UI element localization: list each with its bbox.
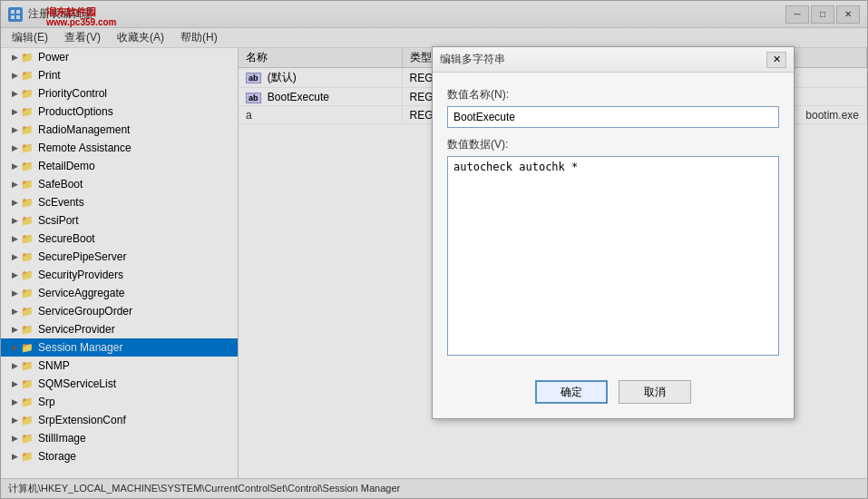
main-window: 注册表编辑器 ─ □ ✕ 润东软件园 www.pc359.com 编辑(E) 查… — [0, 0, 868, 499]
dialog-body: 数值名称(N): 数值数据(V): autocheck autochk * — [433, 73, 794, 373]
edit-multistring-dialog: 编辑多字符串 ✕ 数值名称(N): 数值数据(V): autocheck aut… — [432, 46, 795, 419]
value-name-label: 数值名称(N): — [447, 87, 779, 103]
value-data-textarea[interactable]: autocheck autochk * — [447, 156, 779, 356]
dialog-footer: 确定 取消 — [433, 373, 794, 418]
value-data-section: 数值数据(V): autocheck autochk * — [447, 137, 779, 358]
cancel-button[interactable]: 取消 — [619, 380, 691, 404]
dialog-overlay: 编辑多字符串 ✕ 数值名称(N): 数值数据(V): autocheck aut… — [1, 1, 867, 498]
value-name-input[interactable] — [447, 106, 779, 128]
dialog-title: 编辑多字符串 — [440, 52, 505, 67]
value-data-label: 数值数据(V): — [447, 137, 779, 152]
value-name-section: 数值名称(N): — [447, 87, 779, 128]
ok-button[interactable]: 确定 — [535, 380, 608, 404]
dialog-title-bar: 编辑多字符串 ✕ — [433, 47, 794, 73]
dialog-close-button[interactable]: ✕ — [766, 52, 786, 68]
